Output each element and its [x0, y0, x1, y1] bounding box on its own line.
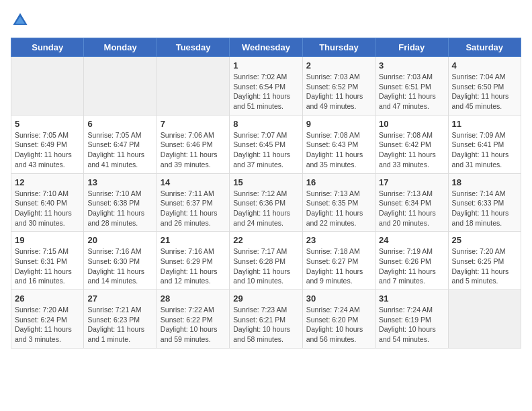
day-info: Sunrise: 7:16 AM Sunset: 6:30 PM Dayligh… [87, 246, 152, 286]
day-cell: 16Sunrise: 7:13 AM Sunset: 6:35 PM Dayli… [302, 173, 375, 232]
day-info: Sunrise: 7:02 AM Sunset: 6:54 PM Dayligh… [233, 72, 298, 111]
weekday-header-thursday: Thursday [302, 38, 375, 57]
day-info: Sunrise: 7:19 AM Sunset: 6:26 PM Dayligh… [379, 246, 444, 286]
day-cell: 8Sunrise: 7:07 AM Sunset: 6:45 PM Daylig… [230, 115, 302, 173]
day-number: 7 [161, 119, 226, 129]
day-number: 28 [161, 293, 226, 304]
weekday-header-friday: Friday [375, 38, 448, 57]
day-cell: 12Sunrise: 7:10 AM Sunset: 6:40 PM Dayli… [11, 173, 84, 232]
day-number: 5 [15, 119, 80, 129]
day-number: 3 [379, 60, 444, 71]
day-cell: 21Sunrise: 7:16 AM Sunset: 6:29 PM Dayli… [157, 232, 229, 290]
day-cell: 7Sunrise: 7:06 AM Sunset: 6:46 PM Daylig… [157, 115, 229, 173]
day-cell [11, 57, 84, 116]
day-number: 13 [87, 177, 152, 187]
day-info: Sunrise: 7:10 AM Sunset: 6:40 PM Dayligh… [15, 189, 80, 228]
day-number: 4 [452, 60, 517, 71]
day-number: 14 [161, 177, 226, 187]
day-cell: 18Sunrise: 7:14 AM Sunset: 6:33 PM Dayli… [448, 173, 521, 232]
day-info: Sunrise: 7:23 AM Sunset: 6:21 PM Dayligh… [233, 305, 298, 345]
weekday-header-wednesday: Wednesday [230, 38, 302, 57]
day-cell: 27Sunrise: 7:21 AM Sunset: 6:23 PM Dayli… [84, 290, 157, 349]
day-cell: 25Sunrise: 7:20 AM Sunset: 6:25 PM Dayli… [448, 232, 521, 290]
day-cell: 3Sunrise: 7:03 AM Sunset: 6:51 PM Daylig… [375, 57, 448, 116]
day-info: Sunrise: 7:17 AM Sunset: 6:28 PM Dayligh… [233, 246, 298, 286]
day-cell [157, 57, 229, 116]
day-info: Sunrise: 7:24 AM Sunset: 6:19 PM Dayligh… [379, 305, 444, 345]
day-cell: 29Sunrise: 7:23 AM Sunset: 6:21 PM Dayli… [230, 290, 302, 349]
day-info: Sunrise: 7:14 AM Sunset: 6:33 PM Dayligh… [452, 189, 517, 228]
logo-icon [11, 11, 30, 30]
day-info: Sunrise: 7:09 AM Sunset: 6:41 PM Dayligh… [452, 130, 517, 170]
logo [11, 11, 32, 30]
day-info: Sunrise: 7:24 AM Sunset: 6:20 PM Dayligh… [306, 305, 371, 345]
day-cell: 19Sunrise: 7:15 AM Sunset: 6:31 PM Dayli… [11, 232, 84, 290]
day-cell: 28Sunrise: 7:22 AM Sunset: 6:22 PM Dayli… [157, 290, 229, 349]
day-cell [84, 57, 157, 116]
day-info: Sunrise: 7:06 AM Sunset: 6:46 PM Dayligh… [161, 130, 226, 170]
day-number: 25 [452, 235, 517, 245]
day-info: Sunrise: 7:22 AM Sunset: 6:22 PM Dayligh… [161, 305, 226, 345]
day-number: 22 [233, 235, 298, 245]
day-info: Sunrise: 7:05 AM Sunset: 6:47 PM Dayligh… [87, 130, 152, 170]
day-number: 12 [15, 177, 80, 187]
day-info: Sunrise: 7:20 AM Sunset: 6:25 PM Dayligh… [452, 246, 517, 286]
day-cell: 13Sunrise: 7:10 AM Sunset: 6:38 PM Dayli… [84, 173, 157, 232]
day-number: 16 [306, 177, 371, 187]
day-number: 17 [379, 177, 444, 187]
day-cell: 6Sunrise: 7:05 AM Sunset: 6:47 PM Daylig… [84, 115, 157, 173]
day-number: 9 [306, 119, 371, 129]
day-info: Sunrise: 7:03 AM Sunset: 6:52 PM Dayligh… [306, 72, 371, 111]
day-number: 31 [379, 293, 444, 304]
day-cell: 20Sunrise: 7:16 AM Sunset: 6:30 PM Dayli… [84, 232, 157, 290]
day-number: 27 [87, 293, 152, 304]
day-cell: 2Sunrise: 7:03 AM Sunset: 6:52 PM Daylig… [302, 57, 375, 116]
day-number: 24 [379, 235, 444, 245]
day-info: Sunrise: 7:10 AM Sunset: 6:38 PM Dayligh… [87, 189, 152, 228]
day-cell: 1Sunrise: 7:02 AM Sunset: 6:54 PM Daylig… [230, 57, 302, 116]
day-cell: 30Sunrise: 7:24 AM Sunset: 6:20 PM Dayli… [302, 290, 375, 349]
day-number: 6 [87, 119, 152, 129]
day-number: 1 [233, 60, 298, 71]
day-cell [448, 290, 521, 349]
day-info: Sunrise: 7:11 AM Sunset: 6:37 PM Dayligh… [161, 189, 226, 228]
day-number: 21 [161, 235, 226, 245]
week-row-3: 12Sunrise: 7:10 AM Sunset: 6:40 PM Dayli… [11, 173, 521, 232]
day-cell: 4Sunrise: 7:04 AM Sunset: 6:50 PM Daylig… [448, 57, 521, 116]
day-number: 10 [379, 119, 444, 129]
day-number: 30 [306, 293, 371, 304]
day-number: 11 [452, 119, 517, 129]
day-number: 18 [452, 177, 517, 187]
week-row-5: 26Sunrise: 7:20 AM Sunset: 6:24 PM Dayli… [11, 290, 521, 349]
day-number: 20 [87, 235, 152, 245]
day-cell: 5Sunrise: 7:05 AM Sunset: 6:49 PM Daylig… [11, 115, 84, 173]
day-number: 2 [306, 60, 371, 71]
calendar-table: SundayMondayTuesdayWednesdayThursdayFrid… [11, 38, 521, 349]
day-info: Sunrise: 7:12 AM Sunset: 6:36 PM Dayligh… [233, 189, 298, 228]
day-cell: 9Sunrise: 7:08 AM Sunset: 6:43 PM Daylig… [302, 115, 375, 173]
day-info: Sunrise: 7:13 AM Sunset: 6:34 PM Dayligh… [379, 189, 444, 228]
day-cell: 23Sunrise: 7:18 AM Sunset: 6:27 PM Dayli… [302, 232, 375, 290]
day-cell: 15Sunrise: 7:12 AM Sunset: 6:36 PM Dayli… [230, 173, 302, 232]
day-info: Sunrise: 7:05 AM Sunset: 6:49 PM Dayligh… [15, 130, 80, 170]
day-cell: 31Sunrise: 7:24 AM Sunset: 6:19 PM Dayli… [375, 290, 448, 349]
day-info: Sunrise: 7:03 AM Sunset: 6:51 PM Dayligh… [379, 72, 444, 111]
day-info: Sunrise: 7:13 AM Sunset: 6:35 PM Dayligh… [306, 189, 371, 228]
day-number: 29 [233, 293, 298, 304]
week-row-2: 5Sunrise: 7:05 AM Sunset: 6:49 PM Daylig… [11, 115, 521, 173]
weekday-header-sunday: Sunday [11, 38, 84, 57]
day-info: Sunrise: 7:21 AM Sunset: 6:23 PM Dayligh… [87, 305, 152, 345]
day-info: Sunrise: 7:08 AM Sunset: 6:42 PM Dayligh… [379, 130, 444, 170]
day-cell: 11Sunrise: 7:09 AM Sunset: 6:41 PM Dayli… [448, 115, 521, 173]
week-row-4: 19Sunrise: 7:15 AM Sunset: 6:31 PM Dayli… [11, 232, 521, 290]
weekday-header-monday: Monday [84, 38, 157, 57]
weekday-header-row: SundayMondayTuesdayWednesdayThursdayFrid… [11, 38, 521, 57]
weekday-header-saturday: Saturday [448, 38, 521, 57]
day-cell: 10Sunrise: 7:08 AM Sunset: 6:42 PM Dayli… [375, 115, 448, 173]
day-info: Sunrise: 7:16 AM Sunset: 6:29 PM Dayligh… [161, 246, 226, 286]
day-info: Sunrise: 7:18 AM Sunset: 6:27 PM Dayligh… [306, 246, 371, 286]
day-number: 8 [233, 119, 298, 129]
day-info: Sunrise: 7:20 AM Sunset: 6:24 PM Dayligh… [15, 305, 80, 345]
day-info: Sunrise: 7:08 AM Sunset: 6:43 PM Dayligh… [306, 130, 371, 170]
day-info: Sunrise: 7:07 AM Sunset: 6:45 PM Dayligh… [233, 130, 298, 170]
